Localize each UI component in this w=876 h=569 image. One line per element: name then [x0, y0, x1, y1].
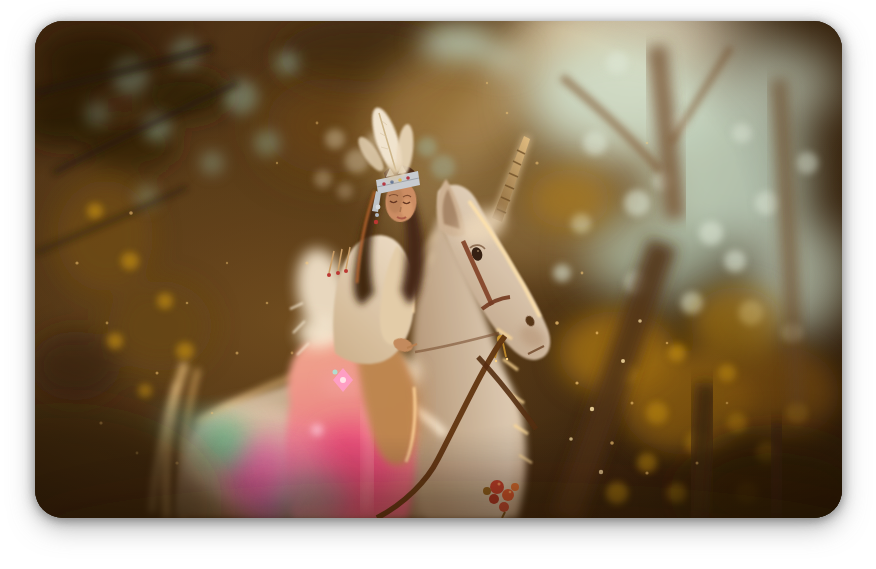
page-background [0, 0, 876, 569]
photo-card [35, 21, 842, 518]
vignette [35, 21, 842, 518]
unicorn-forest-photo [35, 21, 842, 518]
